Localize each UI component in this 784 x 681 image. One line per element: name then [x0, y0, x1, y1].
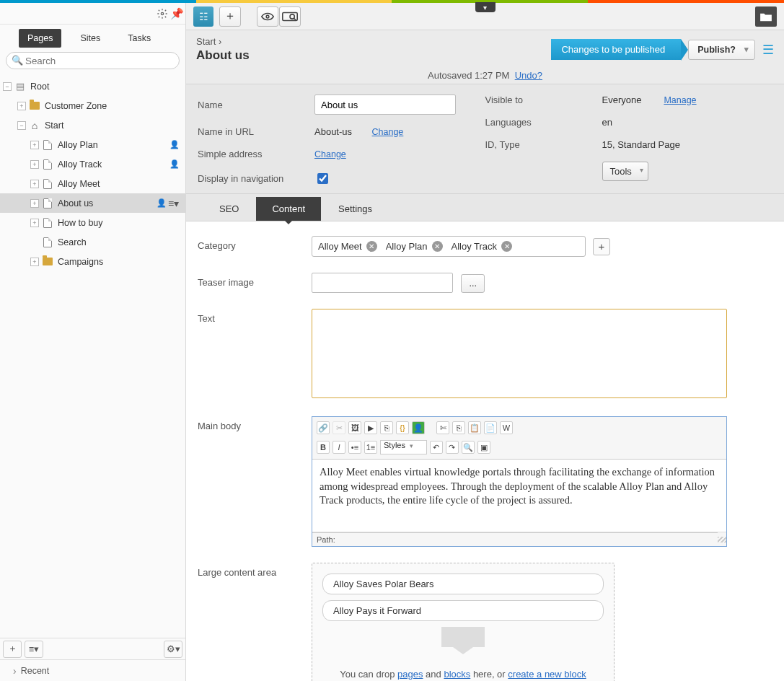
tree-mode-icon[interactable]: ☷ [193, 6, 213, 27]
tree-item[interactable]: +Alloy Track👤 [0, 154, 185, 174]
drop-blocks-link[interactable]: blocks [444, 669, 470, 680]
link-icon[interactable]: 🔗 [317, 421, 330, 434]
expand-icon[interactable]: + [17, 102, 26, 110]
bold-icon[interactable]: B [317, 441, 330, 454]
code-icon[interactable]: {} [396, 421, 409, 434]
tree-item[interactable]: Search [0, 232, 185, 252]
embed-icon[interactable]: ⎘ [380, 421, 393, 434]
tree-item-label: Search [58, 237, 181, 247]
collapse-icon[interactable]: − [17, 121, 26, 130]
tab-content[interactable]: Content [256, 197, 321, 221]
collapse-icon[interactable]: − [3, 82, 12, 91]
content-scroll: Name Name in URL About-us Change Simple … [186, 84, 784, 681]
styles-dropdown[interactable]: Styles [380, 440, 427, 454]
number-list-icon[interactable]: 1≡ [364, 441, 377, 454]
image-icon[interactable]: 🖼 [348, 421, 361, 434]
add-category-button[interactable]: + [593, 238, 610, 255]
content-block[interactable]: Alloy Pays it Forward [322, 600, 604, 621]
url-change-link[interactable]: Change [372, 127, 404, 137]
paste-word-icon[interactable]: W [500, 421, 513, 434]
tab-settings[interactable]: Settings [322, 197, 388, 221]
tree-root[interactable]: − ▤ Root [0, 76, 185, 96]
expand-icon[interactable]: + [30, 219, 39, 227]
teaser-browse-button[interactable]: ... [461, 274, 484, 293]
personalize-icon[interactable]: 👤 [412, 421, 425, 434]
tree-item-label: Alloy Track [58, 159, 169, 170]
item-menu-button[interactable]: ≡▾ [168, 198, 181, 209]
simple-address-change-link[interactable]: Change [314, 149, 346, 159]
media-icon[interactable]: ▶ [364, 421, 377, 434]
tools-dropdown[interactable]: Tools [602, 162, 648, 181]
expand-icon[interactable]: + [30, 141, 39, 149]
autosave-status: Autosaved 1:27 PM Undo? [186, 70, 784, 84]
bullet-list-icon[interactable]: •≡ [348, 441, 361, 454]
publish-status-notice[interactable]: Changes to be published [551, 39, 681, 60]
expand-icon[interactable]: + [30, 199, 39, 208]
large-content-area[interactable]: Alloy Saves Polar BearsAlloy Pays it For… [312, 563, 615, 681]
expand-icon[interactable]: + [30, 180, 39, 188]
undo-link[interactable]: Undo? [515, 70, 542, 81]
visible-to-value: Everyone [602, 95, 642, 105]
content-tabs: SEOContentSettings [186, 194, 784, 221]
copy-icon[interactable]: ⎘ [452, 421, 465, 434]
resize-handle[interactable] [718, 537, 726, 542]
menu-button[interactable]: ≡▾ [25, 641, 43, 658]
tab-seo[interactable]: SEO [203, 197, 255, 221]
remove-tag-icon[interactable]: ✕ [501, 241, 512, 252]
compare-button[interactable] [279, 6, 301, 27]
expand-icon[interactable]: + [30, 160, 39, 169]
tree-item[interactable]: +Customer Zone [0, 96, 185, 115]
undo-icon[interactable]: ↶ [430, 441, 443, 454]
gear-icon[interactable] [155, 6, 169, 21]
tree-item[interactable]: +Alloy Plan👤 [0, 135, 185, 154]
italic-icon[interactable]: I [332, 441, 345, 454]
expand-icon[interactable]: + [30, 258, 39, 266]
publish-button[interactable]: Publish? [688, 40, 755, 60]
redo-icon[interactable]: ↷ [446, 441, 459, 454]
name-input[interactable] [314, 95, 456, 115]
paste-text-icon[interactable]: 📄 [484, 421, 497, 434]
pin-icon[interactable]: 📌 [169, 6, 184, 21]
cut-icon[interactable]: ✄ [436, 421, 449, 434]
search-input[interactable] [6, 52, 180, 69]
manage-visibility-link[interactable]: Manage [664, 95, 696, 105]
category-tagbox[interactable]: Alloy Meet✕Alloy Plan✕Alloy Track✕ [312, 236, 586, 257]
unlink-icon[interactable]: ✂ [332, 421, 345, 434]
remove-tag-icon[interactable]: ✕ [366, 241, 377, 252]
new-button[interactable]: ＋ [219, 6, 241, 27]
settings-button[interactable]: ⚙▾ [164, 641, 182, 658]
text-input[interactable] [312, 309, 727, 398]
find-icon[interactable]: 🔍 [462, 441, 475, 454]
sidebar-tab-pages[interactable]: Pages [19, 29, 61, 48]
drop-pages-link[interactable]: pages [397, 669, 423, 680]
recent-panel[interactable]: Recent [0, 659, 185, 681]
tree-item[interactable]: +About us👤≡▾ [0, 193, 185, 213]
page-tree: − ▤ Root +Customer Zone−⌂Start+Alloy Pla… [0, 75, 185, 638]
content-block[interactable]: Alloy Saves Polar Bears [322, 574, 604, 594]
assets-panel-button[interactable] [755, 6, 777, 27]
tree-item[interactable]: +Alloy Meet [0, 174, 185, 193]
tree-item[interactable]: +How to buy [0, 213, 185, 232]
mainbody-text[interactable]: Alloy Meet enables virtual knowledge por… [312, 460, 726, 532]
category-label: Category [198, 236, 303, 251]
page-icon [42, 159, 53, 170]
teaser-label: Teaser image [198, 273, 303, 288]
tree-item[interactable]: +Campaigns [0, 252, 185, 271]
create-block-link[interactable]: create a new block [508, 669, 586, 680]
tree-item[interactable]: −⌂Start [0, 115, 185, 135]
teaser-input[interactable] [312, 273, 453, 293]
display-in-nav-checkbox[interactable] [317, 173, 328, 184]
remove-tag-icon[interactable]: ✕ [432, 241, 443, 252]
breadcrumb-parent[interactable]: Start › [196, 36, 250, 47]
sidebar-tab-sites[interactable]: Sites [71, 29, 109, 48]
preview-button[interactable] [257, 6, 278, 27]
page-properties: Name Name in URL About-us Change Simple … [186, 84, 784, 194]
languages-label: Languages [485, 117, 594, 128]
paste-icon[interactable]: 📋 [468, 421, 481, 434]
fullscreen-icon[interactable]: ▣ [477, 441, 490, 454]
tree-item-label: How to buy [58, 218, 181, 228]
sidebar-tab-tasks[interactable]: Tasks [119, 29, 159, 48]
add-button[interactable]: ＋ [3, 641, 22, 658]
top-drawer-tab[interactable]: ▾ [475, 2, 495, 12]
options-icon[interactable]: ☰ [762, 42, 774, 58]
